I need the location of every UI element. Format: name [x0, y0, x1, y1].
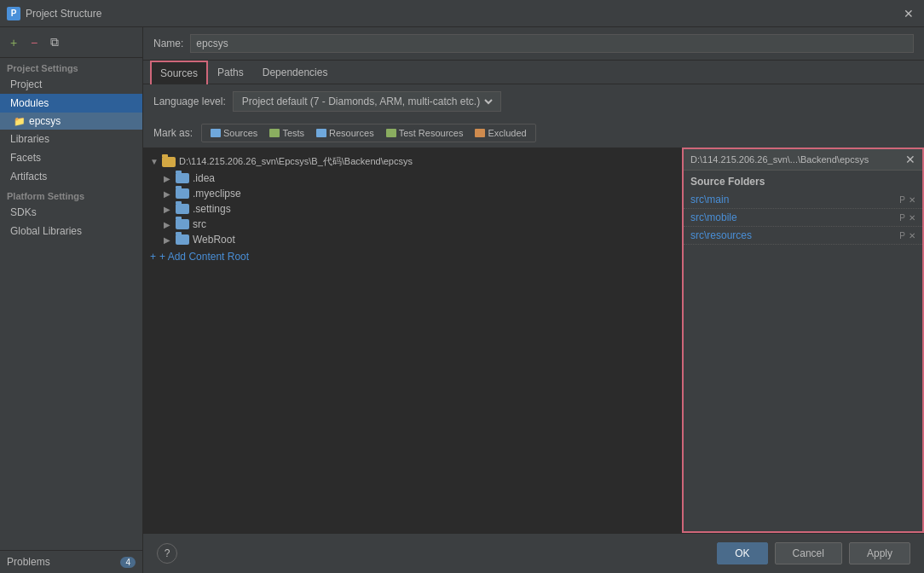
- mark-as-row: Mark as: Sources Tests Resources Test Re…: [143, 119, 924, 148]
- source-folder-remove-1[interactable]: ✕: [909, 213, 915, 223]
- source-folder-remove-2[interactable]: ✕: [909, 231, 915, 240]
- modules-label: Modules: [10, 97, 49, 109]
- settings-label: .settings: [193, 203, 231, 215]
- source-folder-name-0[interactable]: src\main: [690, 194, 729, 205]
- source-folder-edit-2[interactable]: P: [899, 231, 905, 240]
- name-label: Name:: [153, 38, 183, 49]
- mark-as-label: Mark as:: [153, 127, 193, 139]
- src-label: src: [193, 218, 206, 230]
- bottom-bar: ? OK Cancel Apply: [143, 533, 924, 573]
- source-folder-actions-1: P ✕: [899, 213, 915, 223]
- webroot-folder-icon: [176, 234, 189, 245]
- source-folder-actions-2: P ✕: [899, 231, 915, 240]
- tree-item-myeclipse[interactable]: ▶ .myeclipse: [143, 186, 682, 201]
- add-button[interactable]: +: [5, 34, 22, 51]
- sources-btn-label: Sources: [223, 128, 257, 138]
- source-folder-edit-0[interactable]: P: [899, 195, 905, 205]
- resources-color-icon: [316, 129, 326, 137]
- src-folder-icon: [176, 219, 189, 229]
- tab-paths[interactable]: Paths: [208, 61, 253, 84]
- excluded-btn-label: Excluded: [488, 128, 526, 138]
- tab-sources[interactable]: Sources: [150, 61, 208, 84]
- root-chevron: ▼: [150, 157, 159, 166]
- sdks-label: SDKs: [10, 206, 37, 218]
- tree-root-item[interactable]: ▼ D:\114.215.206.26_svn\Epcsys\B_代码\Back…: [143, 153, 682, 171]
- tree-item-idea[interactable]: ▶ .idea: [143, 171, 682, 186]
- root-folder-icon: [162, 157, 176, 167]
- ok-button[interactable]: OK: [717, 542, 767, 564]
- right-panel-path: D:\114.215.206.26_svn\...\Backend\epcsys: [690, 154, 869, 165]
- tab-dependencies[interactable]: Dependencies: [253, 61, 338, 84]
- source-folder-name-1[interactable]: src\mobile: [690, 211, 737, 223]
- source-folder-name-2[interactable]: src\resources: [690, 229, 752, 241]
- source-folder-item-2: src\resources P ✕: [684, 227, 922, 245]
- resources-btn-label: Resources: [329, 128, 374, 138]
- settings-chevron: ▶: [164, 205, 172, 214]
- idea-chevron: ▶: [164, 174, 172, 183]
- idea-folder-icon: [176, 173, 189, 183]
- webroot-label: WebRoot: [193, 234, 235, 246]
- source-folders-title: Source Folders: [684, 171, 922, 191]
- name-input[interactable]: [190, 34, 914, 53]
- settings-folder-icon: [176, 204, 189, 214]
- module-folder-icon: 📁: [14, 116, 26, 127]
- tree-item-settings[interactable]: ▶ .settings: [143, 201, 682, 217]
- plus-icon: +: [150, 251, 156, 263]
- tests-color-icon: [269, 129, 280, 137]
- right-panel-header: D:\114.215.206.26_svn\...\Backend\epcsys…: [684, 149, 922, 171]
- sidebar-item-facets[interactable]: Facets: [0, 148, 142, 167]
- close-button[interactable]: ✕: [900, 5, 917, 22]
- project-label: Project: [10, 78, 42, 90]
- sidebar-item-libraries[interactable]: Libraries: [0, 130, 142, 148]
- source-folder-item-0: src\main P ✕: [684, 191, 922, 209]
- tree-item-src[interactable]: ▶ src: [143, 217, 682, 232]
- mark-as-area: Sources Tests Resources Test Resources E…: [201, 124, 536, 142]
- mark-resources-button[interactable]: Resources: [311, 126, 379, 140]
- problems-badge: 4: [120, 557, 136, 568]
- myeclipse-chevron: ▶: [164, 189, 172, 199]
- sidebar-item-modules[interactable]: Modules: [0, 94, 142, 113]
- module-epcsys-item[interactable]: 📁 epcsys: [0, 113, 142, 130]
- source-folder-edit-1[interactable]: P: [899, 213, 905, 223]
- file-tree: ▼ D:\114.215.206.26_svn\Epcsys\B_代码\Back…: [143, 148, 682, 271]
- add-content-root-label: + Add Content Root: [159, 251, 249, 263]
- apply-button[interactable]: Apply: [849, 542, 910, 564]
- sidebar-item-global-libraries[interactable]: Global Libraries: [0, 222, 142, 240]
- problems-label[interactable]: Problems: [7, 556, 50, 568]
- problems-row: Problems 4: [0, 550, 142, 573]
- source-folder-item-1: src\mobile P ✕: [684, 209, 922, 227]
- tree-item-webroot[interactable]: ▶ WebRoot: [143, 232, 682, 247]
- language-level-row: Language level: Project default (7 - Dia…: [143, 84, 924, 119]
- mark-excluded-button[interactable]: Excluded: [470, 126, 531, 140]
- idea-label: .idea: [193, 172, 215, 184]
- libraries-label: Libraries: [10, 133, 49, 145]
- add-content-root-button[interactable]: + + Add Content Root: [143, 247, 682, 266]
- copy-button[interactable]: ⧉: [46, 34, 63, 51]
- language-level-dropdown[interactable]: Project default (7 - Diamonds, ARM, mult…: [233, 91, 501, 112]
- app-icon: P: [7, 7, 20, 20]
- test-resources-color-icon: [386, 129, 396, 137]
- cancel-button[interactable]: Cancel: [775, 542, 842, 564]
- global-libraries-label: Global Libraries: [10, 225, 82, 237]
- right-panel-close-button[interactable]: ✕: [905, 153, 915, 166]
- mark-sources-button[interactable]: Sources: [205, 126, 263, 140]
- language-level-select[interactable]: Project default (7 - Diamonds, ARM, mult…: [239, 95, 495, 108]
- tree-content-wrapper: ▼ D:\114.215.206.26_svn\Epcsys\B_代码\Back…: [143, 148, 924, 533]
- excluded-color-icon: [475, 129, 485, 137]
- tabs-row: Sources Paths Dependencies: [143, 61, 924, 84]
- artifacts-label: Artifacts: [10, 171, 47, 182]
- mark-test-resources-button[interactable]: Test Resources: [381, 126, 469, 140]
- sidebar-item-artifacts[interactable]: Artifacts: [0, 167, 142, 186]
- myeclipse-label: .myeclipse: [193, 188, 241, 200]
- right-panel: D:\114.215.206.26_svn\...\Backend\epcsys…: [682, 148, 924, 533]
- tests-btn-label: Tests: [282, 128, 304, 138]
- source-folder-remove-0[interactable]: ✕: [909, 195, 915, 205]
- sidebar-item-project[interactable]: Project: [0, 75, 142, 94]
- remove-button[interactable]: −: [26, 34, 43, 51]
- help-button[interactable]: ?: [157, 543, 177, 564]
- facets-label: Facets: [10, 152, 41, 164]
- sidebar-item-sdks[interactable]: SDKs: [0, 203, 142, 222]
- platform-settings-label: Platform Settings: [0, 186, 142, 203]
- name-row: Name:: [143, 27, 924, 61]
- mark-tests-button[interactable]: Tests: [264, 126, 309, 140]
